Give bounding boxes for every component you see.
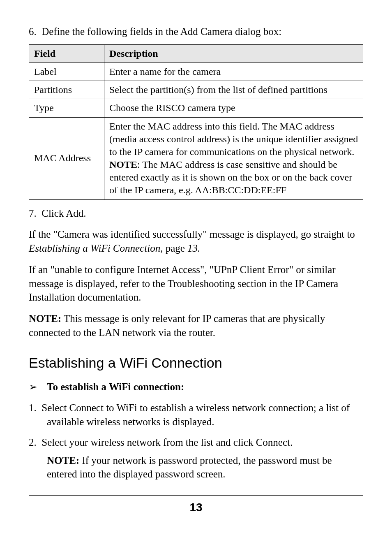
step-7-text: Click Add. [42, 208, 86, 219]
cell-field: Partitions [29, 81, 104, 99]
table-row: MAC Address Enter the MAC address into t… [29, 117, 363, 199]
note-router: NOTE: This message is only relevant for … [29, 312, 363, 340]
step-6: 6. Define the following fields in the Ad… [29, 25, 363, 39]
table-row: Type Choose the RISCO camera type [29, 99, 363, 117]
wifi-step-2-note: NOTE: If your network is password protec… [47, 454, 363, 482]
wifi-step-1-num: 1. [29, 402, 37, 413]
cell-desc: Enter a name for the camera [104, 63, 363, 81]
cell-desc: Choose the RISCO camera type [104, 99, 363, 117]
mac-desc-post: : The MAC address is case sensitive and … [109, 159, 352, 195]
wifi-step-2-note-text: If your network is password protected, t… [47, 455, 332, 480]
para-success-pre: If the "Camera was identified successful… [29, 229, 355, 240]
arrow-icon: ➢ [29, 380, 47, 394]
para-success-link: Establishing a WiFi Connection, [29, 243, 163, 254]
wifi-bullet: ➢To establish a WiFi connection: [29, 380, 363, 394]
page-number: 13 [29, 500, 363, 515]
cell-desc: Select the partition(s) from the list of… [104, 81, 363, 99]
para-unable: If an "unable to configure Internet Acce… [29, 263, 363, 304]
wifi-step-1: 1. Select Connect to WiFi to establish a… [29, 401, 363, 429]
th-desc: Description [104, 44, 363, 63]
step-7: 7. Click Add. [29, 206, 363, 220]
wifi-step-2-text: Select your wireless network from the li… [42, 437, 293, 448]
step-6-num: 6. [29, 26, 37, 37]
para-success: If the "Camera was identified successful… [29, 227, 363, 255]
wifi-step-1-text: Select Connect to WiFi to establish a wi… [42, 402, 350, 427]
cell-field: Type [29, 99, 104, 117]
para-success-page-label: page [163, 243, 187, 254]
para-success-page-num: 13. [187, 243, 200, 254]
mac-desc-pre: Enter the MAC address into this field. T… [109, 121, 358, 157]
cell-field: MAC Address [29, 117, 104, 199]
mac-note-label: NOTE [109, 159, 137, 170]
table-row: Partitions Select the partition(s) from … [29, 81, 363, 99]
note-router-label: NOTE: [29, 313, 61, 324]
cell-field: Label [29, 63, 104, 81]
wifi-bullet-text: To establish a WiFi connection: [47, 381, 184, 392]
table-row: Label Enter a name for the camera [29, 63, 363, 81]
field-definition-table: Field Description Label Enter a name for… [29, 44, 363, 200]
wifi-step-2-num: 2. [29, 437, 37, 448]
footer-rule [29, 495, 363, 496]
step-7-num: 7. [29, 208, 37, 219]
cell-desc-mac: Enter the MAC address into this field. T… [104, 117, 363, 199]
note-router-text: This message is only relevant for IP cam… [29, 313, 325, 338]
th-field: Field [29, 44, 104, 63]
wifi-step-2-note-label: NOTE: [47, 455, 79, 466]
heading-wifi: Establishing a WiFi Connection [29, 354, 363, 373]
wifi-step-2: 2. Select your wireless network from the… [29, 436, 363, 481]
step-6-text: Define the following fields in the Add C… [42, 26, 281, 37]
